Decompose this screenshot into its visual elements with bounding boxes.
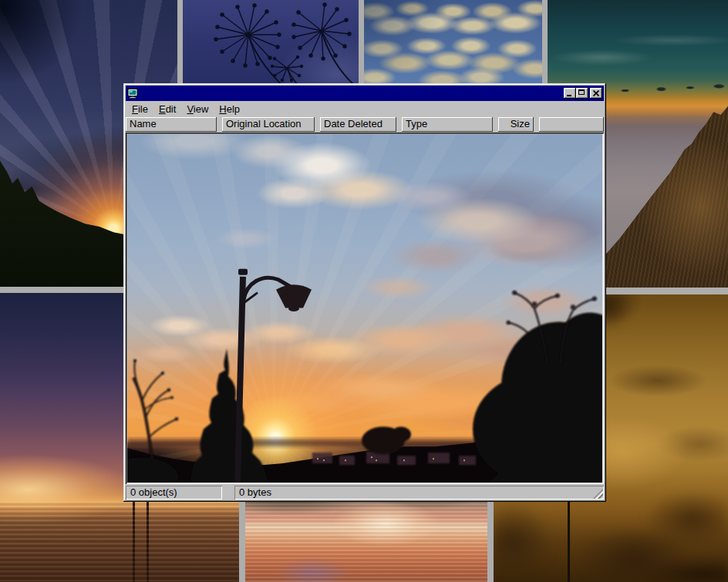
close-button[interactable] [590,88,602,99]
maximize-icon [578,89,585,95]
water-pole-silhouette [147,495,149,582]
status-objects-text: 0 object(s) [130,486,177,498]
status-bytes-text: 0 bytes [239,486,271,498]
minimize-icon [567,95,571,96]
menu-item-edit[interactable]: Edit [153,102,181,116]
file-list-area[interactable] [126,133,604,484]
menu-item-help[interactable]: Help [214,102,245,116]
desktop-wallpaper: FileEditViewHelp NameOriginal LocationDa… [0,0,728,582]
recycle-bin-window: FileEditViewHelp NameOriginal LocationDa… [123,83,606,502]
column-header-name[interactable]: Name [126,117,217,132]
column-header-row: NameOriginal LocationDate DeletedTypeSiz… [126,116,604,133]
client-photo-sunset-streetlamp [127,134,602,483]
column-header-original-location[interactable]: Original Location [222,117,315,132]
right-tree-silhouette [473,291,602,483]
column-header-size[interactable]: Size [498,117,534,132]
column-header-blank[interactable] [539,117,604,132]
status-objects: 0 object(s) [126,486,222,500]
photo-foreground-silhouettes [127,134,602,483]
status-bytes: 0 bytes [234,486,604,500]
computer-icon [127,88,138,99]
maximize-button[interactable] [576,88,588,99]
column-header-type[interactable]: Type [402,117,493,132]
minimize-button[interactable] [564,88,576,99]
close-icon [593,90,599,96]
menu-item-file[interactable]: File [126,102,153,116]
window-controls [564,88,602,99]
column-header-date-deleted[interactable]: Date Deleted [320,117,396,132]
menu-item-view[interactable]: View [181,102,214,116]
menu-bar: FileEditViewHelp [126,101,604,116]
reed-pole-silhouette [568,500,570,582]
title-bar[interactable] [126,86,604,101]
status-bar: 0 object(s) 0 bytes [126,486,604,500]
